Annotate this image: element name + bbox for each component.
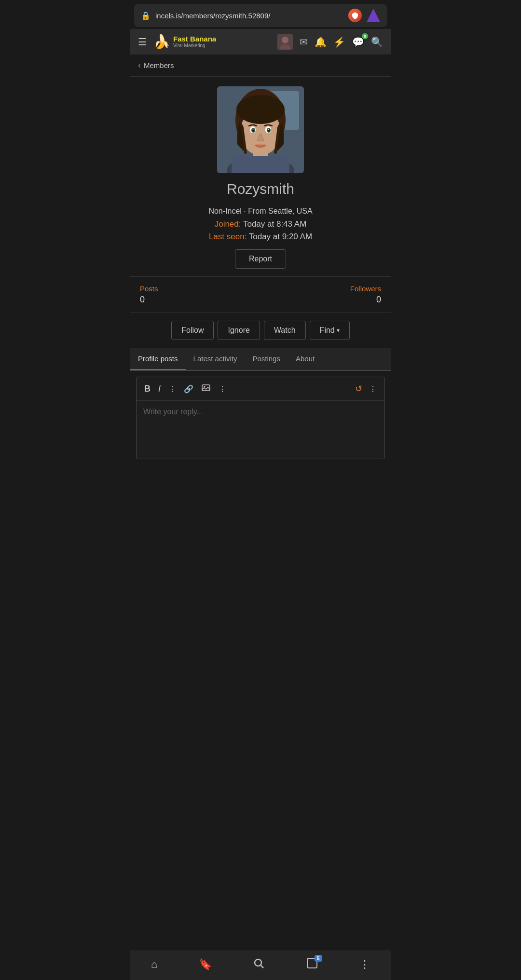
posts-label: Posts [140,285,158,293]
svg-point-18 [236,95,285,124]
joined-value: Today at 8:43 AM [243,219,306,229]
ignore-button[interactable]: Ignore [218,321,260,340]
more-dots-icon[interactable]: ⋮ [359,958,370,971]
bookmark-nav-item[interactable]: 🔖 [199,957,212,972]
profile-seen: Last seen: Today at 9:20 AM [138,232,383,242]
tab-latest-activity[interactable]: Latest activity [186,348,245,370]
address-bar[interactable]: 🔒 incels.is/members/rozysmith.52809/ [134,4,387,27]
bookmark-icon[interactable]: 🔖 [199,958,212,971]
url-text: incels.is/members/rozysmith.52809/ [155,12,343,20]
lightning-icon[interactable]: ⚡ [333,36,345,48]
search-nav-item[interactable] [253,957,264,972]
profile-name: Rozysmith [138,181,383,197]
watch-button[interactable]: Watch [264,321,306,340]
mail-icon[interactable]: ✉ [300,36,308,48]
profile-location: From Seattle, USA [248,207,312,215]
tab-about[interactable]: About [288,348,322,370]
followers-stat: Followers 0 [350,285,381,305]
tabs-nav-item[interactable]: 5 [306,957,318,972]
editor-placeholder: Write your reply... [143,408,203,416]
back-icon[interactable]: ‹ [138,60,141,70]
svg-rect-8 [232,156,289,173]
profile-tabs: Profile posts Latest activity Postings A… [130,348,391,371]
logo-name: Fast Banana [173,35,216,43]
editor-toolbar: B I ⋮ 🔗 ⋮ ↺ ⋮ [137,377,384,401]
editor-more-dots[interactable]: ⋮ [368,383,378,395]
profile-avatar [217,86,304,173]
follow-button[interactable]: Follow [171,321,214,340]
chat-icon[interactable]: 💬 0 [352,36,364,48]
nav-icons: ✉ 🔔 ⚡ 💬 0 🔍 [277,34,383,50]
logo-area[interactable]: 🍌 Fast Banana Viral Marketing [153,34,271,50]
bold-button[interactable]: B [143,383,151,395]
profile-meta: Non-Incel · From Seattle, USA [138,207,383,216]
bottom-nav: ⌂ 🔖 5 ⋮ [130,951,391,980]
lock-icon: 🔒 [141,11,151,20]
svg-point-21 [255,959,261,966]
more-dots-2[interactable]: ⋮ [218,383,227,395]
stats-row: Posts 0 Followers 0 [130,276,391,313]
posts-value: 0 [140,295,158,305]
more-dots-1[interactable]: ⋮ [167,383,177,395]
image-button[interactable] [200,382,212,395]
find-label: Find [320,326,335,335]
breadcrumb-label: Members [144,61,174,69]
brave-icon [348,9,362,22]
italic-button[interactable]: I [157,383,162,395]
user-avatar-nav[interactable] [277,34,293,50]
seen-value: Today at 9:20 AM [249,232,312,241]
logo-sub: Viral Marketing [173,43,216,48]
profile-role: Non-Incel [208,207,241,215]
tab-profile-posts[interactable]: Profile posts [130,348,186,371]
followers-value: 0 [350,295,381,305]
profile-section: Rozysmith Non-Incel · From Seattle, USA … [130,77,391,276]
link-button[interactable]: 🔗 [183,383,194,395]
search-nav-icon[interactable] [253,957,264,972]
chat-badge: 0 [362,33,368,39]
joined-label: Joined: [215,219,241,229]
reply-section: B I ⋮ 🔗 ⋮ ↺ ⋮ Write your reply... [130,371,391,465]
svg-line-22 [261,966,264,968]
posts-stat: Posts 0 [140,285,158,305]
action-buttons: Follow Ignore Watch Find ▾ [130,313,391,348]
report-button[interactable]: Report [235,249,286,269]
svg-point-1 [282,37,288,43]
svg-point-17 [268,129,269,130]
hamburger-icon[interactable]: ☰ [138,36,147,48]
undo-button[interactable]: ↺ [355,383,362,394]
find-button[interactable]: Find ▾ [310,321,350,340]
svg-point-16 [253,129,254,130]
breadcrumb[interactable]: ‹ Members [130,54,391,77]
profile-joined: Joined: Today at 8:43 AM [138,219,383,229]
home-icon[interactable]: ⌂ [151,958,157,971]
banana-logo-icon: 🍌 [153,34,170,50]
triangle-icon [367,9,380,22]
editor-container[interactable]: B I ⋮ 🔗 ⋮ ↺ ⋮ Write your reply... [136,377,385,459]
find-dropdown-arrow: ▾ [337,327,340,334]
editor-body[interactable]: Write your reply... [137,401,384,459]
followers-label: Followers [350,285,381,293]
tabs-badge: 5 [315,955,322,962]
dot-separator: · [244,207,248,215]
tab-postings[interactable]: Postings [245,348,288,370]
bell-icon[interactable]: 🔔 [315,36,327,48]
more-nav-item[interactable]: ⋮ [359,957,370,972]
home-nav-item[interactable]: ⌂ [151,957,157,972]
top-nav: ☰ 🍌 Fast Banana Viral Marketing ✉ 🔔 ⚡ 💬 … [130,29,391,54]
search-icon[interactable]: 🔍 [371,36,383,48]
seen-label: Last seen: [209,232,247,241]
